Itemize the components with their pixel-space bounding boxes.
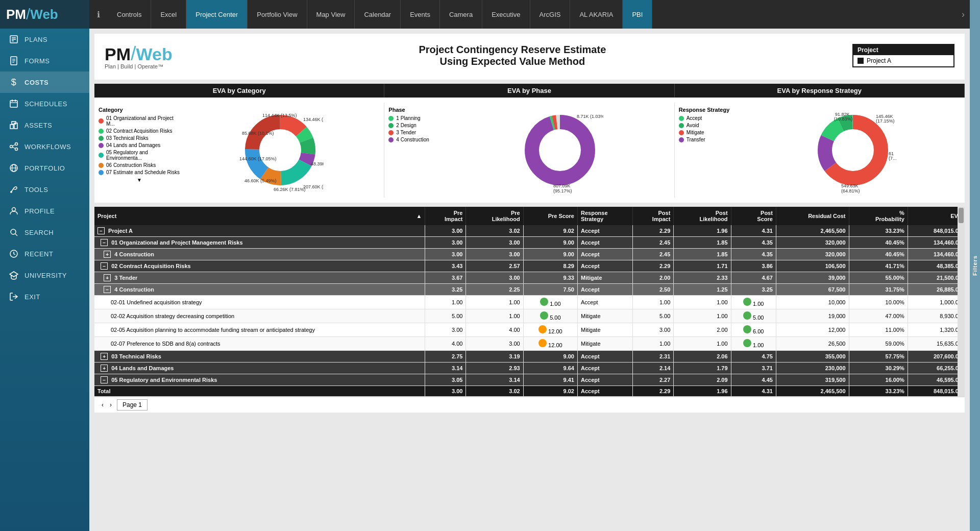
sidebar-item-search[interactable]: SEARCH: [0, 222, 89, 243]
nav-portfolio-view[interactable]: Portfolio View: [248, 0, 307, 29]
col-eva: EVA: [908, 207, 965, 225]
pre-score: 9.33: [523, 272, 577, 284]
sidebar-item-label: SCHEDULES: [24, 100, 67, 108]
sidebar-item-tools[interactable]: TOOLS: [0, 179, 89, 200]
sidebar-item-portfolio[interactable]: PORTFOLIO: [0, 157, 89, 179]
nav-pbi[interactable]: PBI: [623, 0, 652, 29]
nav-collapse[interactable]: ›: [957, 9, 970, 20]
nav-executive[interactable]: Executive: [482, 0, 530, 29]
nav-al-akaria[interactable]: AL AKARIA: [570, 0, 623, 29]
table-scrollbar[interactable]: [958, 207, 965, 397]
post-impact: 2.29: [633, 225, 674, 237]
nav-arcgis[interactable]: ArcGIS: [530, 0, 571, 29]
svg-text:85.68K (10.1%): 85.68K (10.1%): [242, 131, 274, 136]
pre-score: 7.50: [523, 284, 577, 296]
nav-events[interactable]: Events: [401, 0, 440, 29]
post-impact: 2.14: [633, 363, 674, 374]
sidebar-item-forms[interactable]: FORMS: [0, 50, 89, 71]
pre-likelihood: 3.00: [466, 337, 523, 351]
post-likelihood: 2.33: [674, 272, 731, 284]
next-page-btn[interactable]: ›: [107, 400, 115, 409]
response-donut-area: 91.82K (10.83%) 145.46K (17.15%) 61 (7..…: [745, 107, 961, 194]
svg-point-15: [10, 146, 13, 148]
response-strategy: Mitigate: [578, 337, 633, 351]
chart-response: Response Strategy Accept Avoid Mitigate …: [675, 103, 965, 198]
total-pct-probability: 33.23%: [849, 386, 908, 397]
eva: 46,595.00: [908, 374, 965, 386]
nav-calendar[interactable]: Calendar: [355, 0, 401, 29]
page-tab[interactable]: Page 1: [117, 399, 148, 411]
svg-point-24: [12, 208, 16, 211]
post-score: 1.00: [731, 296, 776, 309]
pre-likelihood: 3.00: [466, 272, 523, 284]
sidebar-item-exit[interactable]: EXIT: [0, 286, 89, 307]
search-icon: [8, 227, 19, 238]
sidebar-item-assets[interactable]: ASSETS: [0, 114, 89, 136]
nav-map-view[interactable]: Map View: [307, 0, 355, 29]
post-impact: 2.45: [633, 249, 674, 260]
prev-page-btn[interactable]: ‹: [99, 400, 107, 409]
sidebar-item-university[interactable]: UNIVERSITY: [0, 264, 89, 286]
pct-probability: 31.75%: [849, 284, 908, 296]
pre-score: 12.00: [523, 323, 577, 337]
row-label: − 01 Organizational and Project Manageme…: [94, 237, 425, 249]
pre-likelihood: 3.02: [466, 225, 523, 237]
sidebar-item-recent[interactable]: RECENT: [0, 243, 89, 264]
residual-cost: 2,465,500: [776, 225, 849, 237]
svg-text:144.60K (17.05%): 144.60K (17.05%): [239, 156, 277, 161]
svg-text:207.60K (24.48%): 207.60K (24.48%): [303, 184, 324, 189]
nav-camera[interactable]: Camera: [440, 0, 482, 29]
nav-excel[interactable]: Excel: [151, 0, 186, 29]
response-strategy: Accept: [578, 225, 633, 237]
university-icon: [8, 270, 19, 281]
expand-button[interactable]: −: [101, 239, 108, 246]
filters-sidebar[interactable]: Filters: [970, 0, 980, 531]
report-title: Project Contingency Reserve Estimate Usi…: [419, 44, 606, 67]
sidebar-item-schedules[interactable]: SCHEDULES: [0, 93, 89, 114]
pct-probability: 16.00%: [849, 374, 908, 386]
row-label: − 05 Regulatory and Environmental Risks: [94, 374, 425, 386]
residual-cost: 19,000: [776, 309, 849, 323]
expand-button[interactable]: −: [104, 286, 111, 293]
sidebar-item-profile[interactable]: PROFILE: [0, 200, 89, 222]
col-post-score: PostScore: [731, 207, 776, 225]
nav-controls[interactable]: Controls: [108, 0, 151, 29]
expand-button[interactable]: +: [101, 365, 108, 372]
sidebar-item-label: FORMS: [24, 57, 50, 65]
svg-point-61: [832, 130, 873, 171]
sidebar-item-workflows[interactable]: WORKFLOWS: [0, 136, 89, 157]
expand-button[interactable]: −: [101, 262, 108, 270]
sidebar-item-plans[interactable]: PLANS: [0, 29, 89, 50]
nav-project-center[interactable]: Project Center: [186, 0, 248, 29]
col-pre-impact: PreImpact: [425, 207, 466, 225]
svg-point-52: [540, 130, 580, 171]
post-likelihood: 1.96: [674, 225, 731, 237]
post-impact: 3.00: [633, 323, 674, 337]
expand-button[interactable]: +: [104, 274, 111, 281]
post-impact: 2.29: [633, 260, 674, 272]
post-score: 4.31: [731, 225, 776, 237]
expand-button[interactable]: −: [101, 376, 108, 383]
chart-header-category: EVA by Category: [94, 84, 384, 98]
data-table: Project ▲ PreImpact PreLikelihood Pre Sc…: [94, 207, 965, 397]
expand-button[interactable]: +: [104, 251, 111, 258]
expand-button[interactable]: −: [97, 227, 105, 234]
top-nav: ℹ Controls Excel Project Center Portfoli…: [89, 0, 970, 29]
report-logo: PM / Web Plan | Build | Operate™: [105, 44, 173, 69]
content-area: PM / Web Plan | Build | Operate™ Project…: [89, 29, 970, 531]
pre-impact: 3.67: [425, 272, 466, 284]
sidebar-item-costs[interactable]: $ COSTS: [0, 71, 89, 93]
table-row: − Project A 3.00 3.02 9.02 Accept 2.29 1…: [94, 225, 965, 237]
info-icon[interactable]: ℹ: [89, 0, 108, 29]
eva: 134,460.00: [908, 249, 965, 260]
eva: 207,600.00: [908, 351, 965, 363]
pre-likelihood: 2.25: [466, 284, 523, 296]
eva: 48,385.00: [908, 260, 965, 272]
pre-likelihood: 1.00: [466, 309, 523, 323]
chart-phase: Phase 1 Planning 2 Design 3 Tender 4 Con…: [384, 103, 674, 198]
col-pre-score: Pre Score: [523, 207, 577, 225]
expand-button[interactable]: +: [101, 353, 108, 360]
svg-text:48.39K (5.71%): 48.39K (5.71%): [311, 161, 324, 166]
sidebar-item-label: COSTS: [24, 79, 48, 86]
legend-expand-btn[interactable]: ▼: [99, 177, 180, 183]
